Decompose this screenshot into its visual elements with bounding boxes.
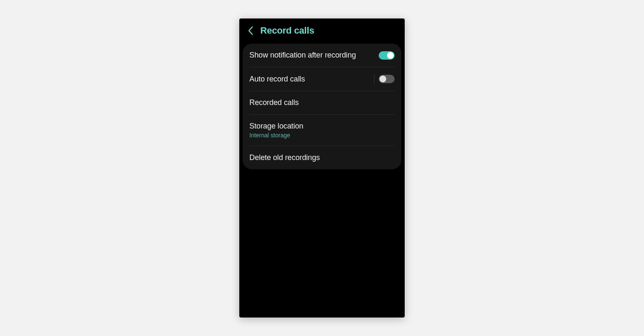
setting-label: Auto record calls bbox=[249, 75, 371, 84]
setting-storage-location[interactable]: Storage location Internal storage bbox=[243, 115, 401, 146]
setting-auto-record[interactable]: Auto record calls bbox=[243, 67, 401, 91]
toggle-show-notification[interactable] bbox=[379, 51, 395, 60]
toggle-auto-record[interactable] bbox=[379, 75, 395, 83]
setting-label: Recorded calls bbox=[249, 98, 395, 107]
toggle-knob bbox=[387, 52, 394, 59]
phone-screen: Record calls Show notification after rec… bbox=[239, 18, 405, 318]
settings-card: Show notification after recording Auto r… bbox=[243, 44, 401, 169]
toggle-knob bbox=[380, 76, 386, 82]
setting-sublabel: Internal storage bbox=[249, 132, 395, 139]
toggle-separator bbox=[374, 74, 374, 84]
setting-label: Storage location bbox=[249, 122, 395, 131]
page-title: Record calls bbox=[260, 25, 314, 36]
app-bar: Record calls bbox=[239, 18, 405, 44]
setting-delete-old[interactable]: Delete old recordings bbox=[243, 146, 401, 169]
setting-label: Show notification after recording bbox=[249, 51, 379, 60]
setting-recorded-calls[interactable]: Recorded calls bbox=[243, 91, 401, 114]
setting-show-notification[interactable]: Show notification after recording bbox=[243, 44, 401, 67]
setting-label: Delete old recordings bbox=[249, 153, 395, 162]
back-icon[interactable] bbox=[248, 26, 254, 35]
